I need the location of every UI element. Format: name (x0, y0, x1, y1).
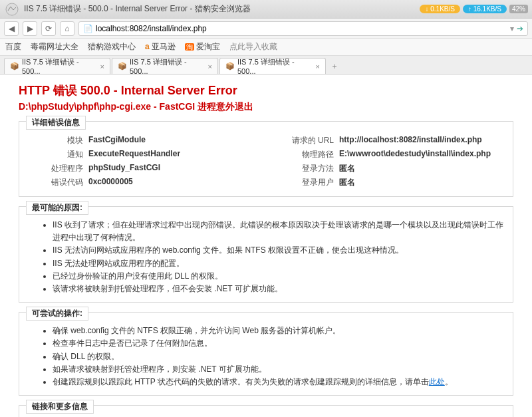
bookmark-duba[interactable]: 毒霸网址大全 (31, 41, 78, 53)
new-tab-button[interactable]: + (327, 59, 342, 74)
actions-panel: 可尝试的操作: 确保 web.config 文件的 NTFS 权限正确，并允许访… (19, 312, 513, 396)
detail-logon: 匿名 (339, 163, 503, 174)
causes-panel: 最可能的原因: IIS 收到了请求；但在处理请求过程中出现内部错误。此错误的根本… (19, 206, 513, 303)
detail-handler: phpStudy_FastCGI (88, 163, 253, 174)
detail-left: 模块FastCgiModule 通知ExecuteRequestHandler … (29, 134, 253, 190)
error-subheading: D:\phpStudy\phpf\php-cgi.exe - FastCGI 进… (19, 101, 513, 113)
bookmark-amazon[interactable]: a 亚马逊 (145, 41, 176, 53)
more-panel: 链接和更多信息 此错误表明在处理请求时出现问题。Web 服务器收到了请求，但在处… (19, 405, 513, 417)
detail-panel: 详细错误信息 模块FastCgiModule 通知ExecuteRequestH… (19, 121, 513, 197)
actions-title: 可尝试的操作: (26, 307, 88, 321)
back-button[interactable]: ◀ (4, 21, 19, 36)
detail-path: E:\wwwroot\dedestudy\install\index.php (339, 149, 503, 160)
tab-icon: 📦 (225, 62, 235, 70)
go-icon[interactable]: ➔ (517, 24, 523, 33)
detail-code: 0xc0000005 (88, 177, 253, 188)
navbar: ◀ ▶ ⟳ ⌂ 📄 ▾ ➔ (0, 19, 532, 39)
dropdown-icon[interactable]: ▾ (510, 24, 514, 33)
list-item: IIS 收到了请求；但在处理请求过程中出现内部错误。此错误的根本原因取决于处理该… (53, 219, 503, 244)
list-item: 该请求将被映射到托管处理程序，但不会安装 .NET 可扩展功能。 (53, 283, 503, 295)
close-icon[interactable]: × (208, 63, 212, 70)
actions-list: 确保 web.config 文件的 NTFS 权限正确，并允许访问 Web 服务… (29, 325, 503, 388)
page-content: HTTP 错误 500.0 - Internal Server Error D:… (0, 74, 532, 417)
detail-notify: ExecuteRequestHandler (88, 149, 253, 160)
tab-icon: 📦 (118, 62, 127, 70)
list-item: 创建跟踪规则以跟踪此 HTTP 状态代码的失败的请求。有关为失败的请求创建跟踪规… (53, 376, 503, 388)
detail-module: FastCgiModule (88, 135, 253, 146)
detail-panel-title: 详细错误信息 (26, 116, 86, 130)
causes-title: 最可能的原因: (26, 201, 88, 215)
percent-badge: 42% (509, 5, 528, 13)
list-item: IIS 无法访问网站或应用程序的 web.config 文件。如果 NTFS 权… (53, 244, 503, 257)
bookmark-aitaobao[interactable]: 淘 爱淘宝 (185, 41, 220, 53)
titlebar: IIS 7.5 详细错误 - 500.0 - Internal Server E… (0, 0, 532, 19)
download-speed: ↓ 0.1KB/S (420, 5, 460, 13)
tab-icon: 📦 (10, 62, 19, 70)
detail-url: http://localhost:8082/install/index.php (339, 135, 503, 146)
url-box[interactable]: 📄 ▾ ➔ (78, 21, 528, 36)
tab-2[interactable]: 📦IIS 7.5 详细错误 - 500...× (219, 58, 326, 74)
bookmark-liebao-game[interactable]: 猎豹游戏中心 (88, 41, 136, 53)
network-stats: ↓ 0.1KB/S ↑ 16.1KB/S 42% (420, 5, 528, 13)
tab-1[interactable]: 📦IIS 7.5 详细错误 - 500...× (112, 58, 218, 74)
svg-point-0 (6, 3, 18, 15)
tabbar: 📦IIS 7.5 详细错误 - 500...× 📦IIS 7.5 详细错误 - … (0, 56, 532, 74)
forward-button[interactable]: ▶ (23, 21, 37, 36)
list-item: 如果请求被映射到托管处理程序，则安装 .NET 可扩展功能。 (53, 363, 503, 376)
list-item: IIS 无法处理网站或应用程序的配置。 (53, 257, 503, 270)
refresh-button[interactable]: ⟳ (41, 21, 56, 36)
close-icon[interactable]: × (100, 63, 104, 70)
list-item: 确保 web.config 文件的 NTFS 权限正确，并允许访问 Web 服务… (53, 325, 503, 337)
actions-link[interactable]: 此处 (429, 377, 445, 386)
error-heading: HTTP 错误 500.0 - Internal Server Error (19, 82, 513, 98)
causes-list: IIS 收到了请求；但在处理请求过程中出现内部错误。此错误的根本原因取决于处理该… (29, 219, 503, 295)
close-icon[interactable]: × (316, 63, 320, 70)
bookmark-import[interactable]: 点此导入收藏 (229, 41, 277, 53)
home-button[interactable]: ⌂ (60, 21, 74, 36)
detail-right: 请求的 URLhttp://localhost:8082/install/ind… (279, 134, 503, 190)
list-item: 确认 DLL 的权限。 (53, 350, 503, 363)
detail-user: 匿名 (339, 177, 503, 188)
upload-speed: ↑ 16.1KB/S (463, 5, 507, 13)
list-item: 检查事件日志中是否已记录了任何附加信息。 (53, 337, 503, 350)
browser-logo-icon (4, 1, 20, 17)
window-title: IIS 7.5 详细错误 - 500.0 - Internal Server E… (24, 3, 420, 15)
page-icon: 📄 (83, 24, 93, 33)
tab-0[interactable]: 📦IIS 7.5 详细错误 - 500...× (4, 58, 110, 74)
bookmark-baidu[interactable]: 百度 (5, 41, 21, 53)
bookmark-bar: 百度 毒霸网址大全 猎豹游戏中心 a 亚马逊 淘 爱淘宝 点此导入收藏 (0, 39, 532, 56)
url-input[interactable] (96, 24, 507, 33)
list-item: 已经过身份验证的用户没有使用此 DLL 的权限。 (53, 270, 503, 283)
more-title: 链接和更多信息 (26, 400, 94, 414)
